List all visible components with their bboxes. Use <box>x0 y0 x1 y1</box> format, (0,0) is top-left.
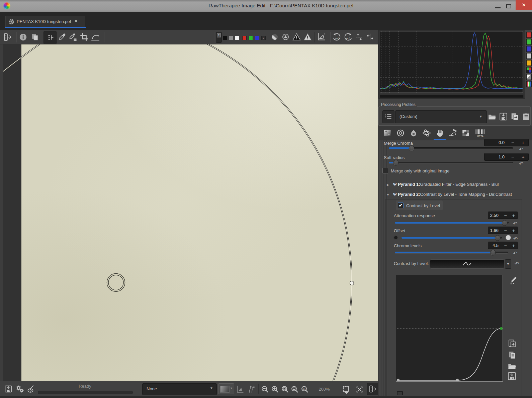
straighten-icon[interactable] <box>91 33 100 41</box>
fullscreen-icon[interactable] <box>355 385 364 394</box>
save-icon[interactable] <box>4 385 12 393</box>
zoom-out-icon[interactable] <box>261 385 269 393</box>
histogram-mode-green[interactable] <box>526 39 532 45</box>
meta-tab-icon[interactable]: META <box>474 129 486 138</box>
gears-icon[interactable] <box>15 385 24 393</box>
curve-type-select[interactable] <box>430 259 504 269</box>
maximize-button[interactable] <box>506 4 511 8</box>
flip-horizontal-icon[interactable] <box>366 33 374 41</box>
cbl-checkbox[interactable]: ✔ <box>398 203 404 208</box>
dock-filmstrip-button[interactable] <box>367 383 379 395</box>
add-crop-window-icon[interactable] <box>342 385 351 394</box>
merge-original-checkbox[interactable] <box>382 168 388 173</box>
zoom-level: 200% <box>314 387 335 392</box>
profile-quick-select[interactable]: None ▼ <box>142 383 217 395</box>
duplicate-icon[interactable] <box>30 33 39 41</box>
histogram-mode-blue[interactable] <box>526 46 532 52</box>
profile-copy-icon[interactable] <box>510 112 519 121</box>
merge-chroma-reset[interactable]: ↶ <box>519 146 523 153</box>
exposure-tab-icon[interactable] <box>383 129 392 137</box>
cbl-checkbox-label: Contrast by Level <box>406 203 440 208</box>
info-icon[interactable] <box>19 33 27 41</box>
pyramid2-row[interactable]: Ψ Pyramid 2:Contrast by Level - Tone Map… <box>393 191 512 197</box>
color-tab-icon[interactable] <box>409 129 418 137</box>
plot-icon[interactable] <box>317 32 326 41</box>
zoom-100-icon[interactable]: 1:1 <box>300 385 309 393</box>
rotate-left-icon[interactable]: 90° <box>332 32 342 42</box>
curve-copy-icon[interactable] <box>507 351 517 360</box>
merge-chroma-spin[interactable]: 0.0−+ <box>484 139 529 146</box>
swatch-gray[interactable] <box>229 36 233 40</box>
offset-spin[interactable]: 1.66−+ <box>488 227 518 234</box>
profile-select[interactable]: (Custom) ▼ <box>395 110 487 123</box>
soft-radius-spin[interactable]: 1.0−+ <box>484 153 529 161</box>
warning-dark-icon[interactable] <box>292 33 301 41</box>
shadow-clip-icon[interactable] <box>271 33 279 41</box>
adjuster-button[interactable] <box>43 31 57 44</box>
histogram-mode-rgb[interactable] <box>526 67 532 73</box>
chroma-levels-spin[interactable]: 4.5−+ <box>488 242 518 249</box>
histogram-toggle-icon[interactable] <box>236 385 244 393</box>
zoom-selection-icon[interactable] <box>281 385 289 393</box>
curve-load-icon[interactable] <box>507 362 517 371</box>
dock-filmstrip-icon[interactable] <box>3 33 12 41</box>
swatch-red[interactable] <box>242 36 247 40</box>
color-picker-list-icon[interactable] <box>69 33 77 41</box>
profile-load-icon[interactable] <box>487 112 497 121</box>
zoom-fit-icon[interactable] <box>290 385 299 393</box>
pyramid2-expander-icon[interactable]: ▼ <box>386 193 389 196</box>
histogram-mode-red[interactable] <box>526 32 532 38</box>
pyramid1-row[interactable]: Ψ Pyramid 1:Graduated Filter - Edge Shar… <box>393 181 499 187</box>
raw-tab-icon[interactable] <box>461 129 470 137</box>
color-picker-icon[interactable] <box>58 33 66 41</box>
attenuation-slider[interactable] <box>395 222 509 224</box>
attenuation-reset[interactable]: ↶ <box>513 221 517 227</box>
histogram-mode-lum[interactable] <box>526 53 532 59</box>
zoom-in-icon[interactable] <box>271 385 279 393</box>
offset-slider[interactable] <box>402 237 502 239</box>
rotate-right-icon[interactable]: 90° <box>343 32 353 42</box>
curve-type-arrow-button[interactable]: ▼ <box>505 259 511 269</box>
partial-checkbox[interactable] <box>397 391 403 395</box>
curve-edit-pencil-icon[interactable] <box>509 275 518 285</box>
theme-toggle-button[interactable]: T <box>216 32 222 43</box>
histogram-mode-raw[interactable] <box>526 81 532 87</box>
flip-vertical-icon[interactable] <box>355 33 363 41</box>
curves-toggle-icon[interactable] <box>247 385 256 393</box>
crop-icon[interactable] <box>80 33 89 41</box>
soft-radius-slider[interactable] <box>389 162 513 163</box>
swatch-blue[interactable] <box>255 36 259 40</box>
minimize-button[interactable] <box>495 7 501 8</box>
highlight-clip-icon[interactable] <box>282 33 289 41</box>
curve-paste-icon[interactable] <box>507 339 517 348</box>
palette-pen-icon[interactable] <box>27 385 35 393</box>
curve-type-reset[interactable]: ↶ <box>515 261 519 267</box>
profile-paste-icon[interactable] <box>522 112 531 121</box>
chroma-levels-slider[interactable] <box>395 252 508 253</box>
before-after-thumb-button[interactable]: ▼ <box>218 383 234 394</box>
swatch-black[interactable] <box>223 36 227 40</box>
soft-radius-reset[interactable]: ↶ <box>519 161 523 167</box>
swatch-green[interactable] <box>249 36 253 40</box>
histogram-mode-bar[interactable] <box>526 74 532 80</box>
chroma-levels-reset[interactable]: ↶ <box>513 250 517 257</box>
profile-list-button[interactable] <box>382 110 394 123</box>
pyramid1-expander-icon[interactable]: ▶ <box>387 183 389 186</box>
histogram-mode-chro[interactable] <box>526 60 532 66</box>
curve-save-icon[interactable] <box>507 372 517 381</box>
transform-tab-icon[interactable] <box>448 129 457 137</box>
offset-reset[interactable]: ↶ <box>513 236 518 242</box>
warning-light-icon[interactable] <box>303 33 312 41</box>
merge-chroma-slider[interactable] <box>389 147 513 149</box>
advanced-tab-icon[interactable] <box>422 129 431 137</box>
profile-save-icon[interactable] <box>499 112 508 121</box>
hand-tab-icon[interactable] <box>435 128 444 137</box>
detail-tab-icon[interactable] <box>396 129 405 137</box>
tab-close-icon[interactable]: ✕ <box>74 19 78 23</box>
curve-editor[interactable] <box>396 275 503 382</box>
attenuation-spin[interactable]: 2.50−+ <box>488 212 518 219</box>
close-button[interactable]: ✕ <box>516 0 532 10</box>
filter-guides-overlay[interactable] <box>3 44 378 381</box>
swatch-white[interactable] <box>235 36 239 40</box>
swatch-luminance[interactable]: L <box>261 36 266 40</box>
